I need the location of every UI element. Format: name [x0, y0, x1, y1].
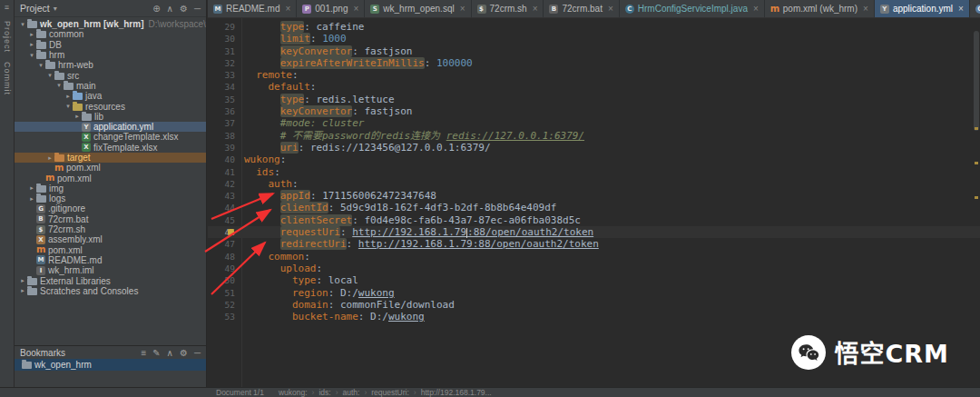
code-line-39[interactable]: 39 uri: redis://123456@127.0.0.1:6379/	[208, 142, 980, 154]
code-line-29[interactable]: 29 type: caffeine	[208, 21, 980, 33]
panel-header-icon[interactable]: ∧	[167, 348, 173, 358]
tree-item-lib[interactable]: ▸lib	[15, 112, 206, 122]
intention-bulb-icon[interactable]	[228, 229, 234, 235]
close-icon[interactable]: ×	[460, 4, 466, 14]
panel-header-icon[interactable]: ∧	[167, 4, 173, 14]
bookmark-item-wk-open-hrm[interactable]: wk_open_hrm	[15, 359, 206, 371]
editor-tab-pom-xml-wk-hrm[interactable]: mpom.xml (wk_hrm)×	[765, 0, 875, 17]
code-line-50[interactable]: 50 type: local	[208, 274, 980, 286]
code-line-52[interactable]: 52 domain: commonFile/download	[208, 299, 980, 311]
code-line-53[interactable]: 53 bucket-name: D:/wukong	[208, 311, 980, 323]
code-line-51[interactable]: 51 region: D:/wukong	[208, 287, 980, 299]
code-line-49[interactable]: 49 upload:	[208, 263, 980, 274]
tree-chevron-icon[interactable]: ▸	[64, 93, 73, 100]
panel-header-icon[interactable]: ✎	[152, 348, 160, 358]
panel-header-icon[interactable]: ⊕	[152, 4, 160, 14]
tree-item-target[interactable]: ▸target	[15, 153, 206, 163]
code-line-41[interactable]: 41 ids:	[208, 166, 980, 178]
code-line-45[interactable]: 45 clientSecret: f0d4e98c-fa6b-43a7-87ec…	[208, 214, 980, 226]
toolwindow-label-project[interactable]: Project	[3, 21, 12, 53]
tree-item-img[interactable]: ▸img	[15, 184, 206, 194]
close-icon[interactable]: ×	[608, 4, 613, 14]
breadcrumb-item[interactable]: auth:	[343, 388, 360, 397]
tree-item-main[interactable]: ▾main	[15, 81, 206, 91]
code-line-44[interactable]: 44 clientId: 5d9c9d18-162f-4df3-b2df-8b8…	[208, 202, 980, 213]
editor-tab-application-yml[interactable]: Yapplication.yml×	[875, 0, 970, 17]
panel-header-icon[interactable]: ≡	[141, 348, 146, 358]
editor-tab-72crm-bat[interactable]: B72crm.bat×	[544, 0, 619, 17]
tree-item-fixtemplate-xlsx[interactable]: XfixTemplate.xlsx	[15, 143, 206, 153]
toolwindow-label-commit[interactable]: Commit	[3, 62, 12, 95]
project-panel-title[interactable]: Project	[20, 3, 50, 14]
tree-chevron-icon[interactable]: ▾	[36, 62, 45, 69]
code-line-33[interactable]: 33 remote:	[208, 69, 980, 81]
tree-item-scratches-and-consoles[interactable]: ▸Scratches and Consoles	[15, 286, 206, 296]
tree-chevron-icon[interactable]: ▾	[64, 103, 73, 110]
tree-chevron-icon[interactable]: ▸	[27, 31, 36, 38]
breadcrumb-item[interactable]: wukong:	[279, 388, 308, 397]
code-line-40[interactable]: 40wukong:	[208, 154, 980, 165]
tree-item-application-yml[interactable]: Yapplication.yml	[15, 122, 206, 132]
tree-item-72crm-sh[interactable]: $72crm.sh	[15, 224, 206, 234]
scrollbar-thumb[interactable]	[974, 31, 979, 131]
tree-item-external-libraries[interactable]: ▸External Libraries	[15, 275, 206, 285]
chevron-down-icon[interactable]: ▾	[54, 5, 57, 13]
close-icon[interactable]: ×	[533, 4, 538, 14]
code-line-30[interactable]: 30 limit: 1000	[208, 33, 980, 45]
close-icon[interactable]: ×	[958, 4, 964, 14]
tree-item-pom-xml[interactable]: mpom.xml	[15, 245, 206, 255]
tree-chevron-icon[interactable]: ▾	[27, 52, 36, 59]
tree-item-common[interactable]: ▸common	[15, 29, 206, 39]
editor-tab-hrmconfigserviceimpl-java[interactable]: CHrmConfigServiceImpl.java×	[620, 0, 765, 17]
tree-item-wk-hrm-iml[interactable]: Iwk_hrm.iml	[15, 265, 206, 275]
close-icon[interactable]: ×	[285, 4, 290, 14]
tree-item-wk-open-hrm-wk-hrm[interactable]: ▾wk_open_hrm [wk_hrm]D:\workspace\wk_ope…	[15, 19, 206, 29]
breadcrumb-item[interactable]: requestUri:	[371, 388, 409, 397]
tree-chevron-icon[interactable]: ▸	[18, 277, 27, 284]
editor-scrollbar[interactable]	[972, 18, 980, 387]
editor-tab-wk-hrm-open-sql[interactable]: Swk_hrm_open.sql×	[365, 0, 471, 17]
panel-header-icon[interactable]: ⚙	[180, 4, 188, 14]
code-line-42[interactable]: 42 auth:	[208, 178, 980, 190]
close-icon[interactable]: ×	[353, 4, 358, 14]
tree-chevron-icon[interactable]: ▸	[27, 41, 36, 48]
tree-chevron-icon[interactable]: ▾	[54, 82, 64, 89]
tree-item-src[interactable]: ▾src	[15, 70, 206, 80]
editor-tab-feignconfig-class[interactable]: CFeignConfig.class×	[970, 0, 980, 17]
code-line-46[interactable]: 46 requestUri: http://192.168.1.79:88/op…	[208, 226, 980, 238]
code-line-32[interactable]: 32 expireAfterWriteInMillis: 100000	[208, 57, 980, 69]
tree-chevron-icon[interactable]: ▸	[18, 287, 27, 294]
tree-item-hrm-web[interactable]: ▾hrm-web	[15, 60, 206, 70]
tree-item-assembly-xml[interactable]: Xassembly.xml	[15, 234, 206, 244]
tree-item-hrm[interactable]: ▾hrm	[15, 50, 206, 60]
menu-icon[interactable]: ≡	[5, 3, 9, 12]
tree-item-pom-xml[interactable]: mpom.xml	[15, 173, 206, 183]
code-line-47[interactable]: 47 redirectUri: http://192.168.1.79:88/o…	[208, 238, 980, 250]
tree-chevron-icon[interactable]: ▸	[27, 184, 36, 192]
panel-header-icon[interactable]: ─	[194, 348, 201, 358]
tree-item-pom-xml[interactable]: mpom.xml	[15, 163, 206, 173]
editor-tab-001-png[interactable]: P001.png×	[297, 0, 365, 17]
close-icon[interactable]: ×	[753, 4, 759, 14]
breadcrumb-item[interactable]: ids:	[318, 388, 330, 397]
close-icon[interactable]: ×	[863, 4, 868, 14]
tree-item-logs[interactable]: ▸logs	[15, 194, 206, 203]
code-line-37[interactable]: 37 #mode: cluster	[208, 117, 980, 129]
bookmarks-panel-title[interactable]: Bookmarks	[20, 348, 65, 358]
editor-tab-readme-md[interactable]: MREADME.md×	[208, 0, 297, 17]
code-line-31[interactable]: 31 keyConvertor: fastjson	[208, 45, 980, 57]
tree-item-72crm-bat[interactable]: B72crm.bat	[15, 214, 206, 224]
code-line-34[interactable]: 34 default:	[208, 81, 980, 93]
tree-chevron-icon[interactable]: ▸	[45, 154, 54, 162]
code-line-35[interactable]: 35 type: redis.lettuce	[208, 94, 980, 105]
editor-tab-72crm-sh[interactable]: $72crm.sh×	[472, 0, 544, 17]
tree-chevron-icon[interactable]: ▾	[18, 21, 27, 28]
tree-item-java[interactable]: ▸java	[15, 91, 206, 101]
tree-item-changetemplate-xlsx[interactable]: XchangeTemplate.xlsx	[15, 132, 206, 142]
tree-chevron-icon[interactable]: ▸	[27, 195, 36, 203]
tree-chevron-icon[interactable]: ▸	[73, 113, 82, 120]
code-line-48[interactable]: 48 common:	[208, 251, 980, 263]
code-line-38[interactable]: 38 # 不需要password的redis连接为 redis://127.0.…	[208, 130, 980, 142]
code-line-36[interactable]: 36 keyConvertor: fastjson	[208, 105, 980, 117]
tree-item-resources[interactable]: ▾resources	[15, 101, 206, 111]
